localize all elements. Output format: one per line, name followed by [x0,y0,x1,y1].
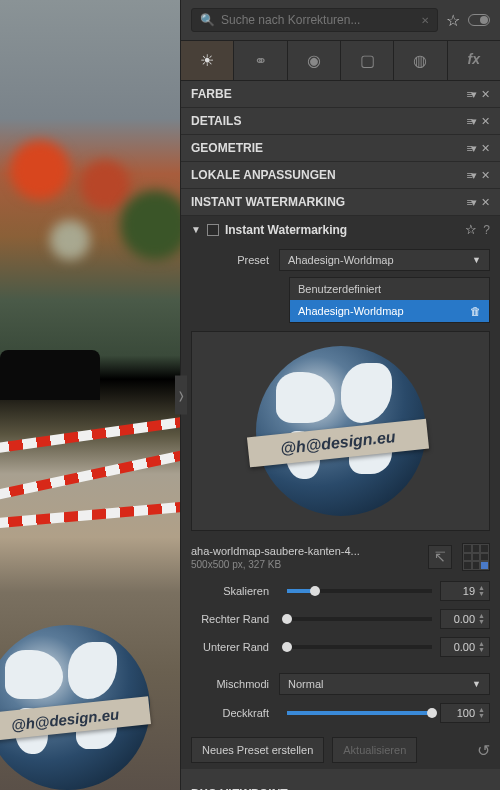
barrier-tape [0,415,180,456]
section-details[interactable]: DETAILS ≡▾✕ [181,108,500,135]
option-label: Ahadesign-Worldmap [298,305,404,317]
reset-icon[interactable]: ↺ [477,741,490,760]
new-preset-button[interactable]: Neues Preset erstellen [191,737,324,763]
corrections-panel: 🔍 ✕ ☆ ☀ ⚭ ◉ ▢ ◍ fx FARBE ≡▾✕ DETAILS ≡▾✕… [180,0,500,790]
close-icon[interactable]: ✕ [481,88,490,101]
section-label: LOKALE ANPASSUNGEN [191,168,336,182]
section-instant[interactable]: INSTANT WATERMARKING ≡▾✕ [181,189,500,216]
tab-color[interactable]: ⚭ [234,41,287,80]
spinner-icon[interactable]: ▲▼ [478,585,485,597]
instant-watermarking-header: ▼ Instant Watermarking ☆ ? [181,216,500,243]
viewer-background: @h@design.eu [0,0,180,790]
skalieren-value[interactable]: 19▲▼ [440,581,490,601]
browse-file-button[interactable]: ↸ [428,545,452,569]
menu-icon[interactable]: ≡▾ [467,196,475,209]
barrier-tape [0,447,180,503]
update-button[interactable]: Aktualisieren [332,737,417,763]
close-icon[interactable]: ✕ [481,115,490,128]
preset-option-worldmap[interactable]: Ahadesign-Worldmap 🗑 [290,300,489,322]
option-label: Benutzerdefiniert [298,283,381,295]
section-label: FARBE [191,87,232,101]
watermark-preview: @h@design.eu [191,331,490,531]
menu-icon[interactable]: ≡▾ [467,88,475,101]
close-icon[interactable]: ✕ [481,169,490,182]
spinner-icon[interactable]: ▲▼ [478,613,485,625]
chevron-down-icon: ▼ [472,679,481,689]
unterer-rand-slider[interactable] [287,645,432,649]
preset-selected-value: Ahadesign-Worldmap [288,254,394,266]
rechter-rand-slider[interactable] [287,617,432,621]
clear-search-icon[interactable]: ✕ [421,15,429,26]
tab-local[interactable]: ◍ [394,41,447,80]
spinner-icon[interactable]: ▲▼ [478,707,485,719]
file-meta: 500x500 px, 327 KB [191,559,418,570]
module-title: Instant Watermarking [225,223,459,237]
close-icon[interactable]: ✕ [481,196,490,209]
globe-graphic: @h@design.eu [256,346,426,516]
preset-dropdown[interactable]: Ahadesign-Worldmap ▼ [279,249,490,271]
unterer-rand-label: Unterer Rand [191,641,279,653]
section-lokale[interactable]: LOKALE ANPASSUNGEN ≡▾✕ [181,162,500,189]
tab-detail[interactable]: ◉ [288,41,341,80]
spinner-icon[interactable]: ▲▼ [478,641,485,653]
menu-icon[interactable]: ≡▾ [467,142,475,155]
category-tabs: ☀ ⚭ ◉ ▢ ◍ fx [181,40,500,81]
menu-icon[interactable]: ≡▾ [467,115,475,128]
section-farbe[interactable]: FARBE ≡▾✕ [181,81,500,108]
rechter-rand-label: Rechter Rand [191,613,279,625]
section-viewpoint[interactable]: DXO VIEWPOINT ≡▾✕ [181,781,500,790]
mischmodi-dropdown[interactable]: Normal ▼ [279,673,490,695]
panel-toggle-switch[interactable] [468,14,490,26]
deckkraft-slider[interactable] [287,711,432,715]
preset-option-benutzer[interactable]: Benutzerdefiniert [290,278,489,300]
tent-shape [0,350,100,400]
enable-checkbox[interactable] [207,224,219,236]
trash-icon[interactable]: 🗑 [470,305,481,317]
search-icon: 🔍 [200,13,215,27]
section-label: GEOMETRIE [191,141,263,155]
search-box[interactable]: 🔍 ✕ [191,8,438,32]
section-geometrie[interactable]: GEOMETRIE ≡▾✕ [181,135,500,162]
mischmodi-value: Normal [288,678,323,690]
help-icon[interactable]: ? [483,223,490,237]
collapse-triangle-icon[interactable]: ▼ [191,224,201,235]
skalieren-slider[interactable] [287,589,432,593]
panel-expand-handle[interactable]: ❭ [175,376,187,415]
skalieren-label: Skalieren [191,585,279,597]
watermark-preview-on-image: @h@design.eu [0,625,150,790]
deckkraft-label: Deckkraft [191,707,279,719]
file-name: aha-worldmap-saubere-kanten-4... [191,545,418,557]
favorites-star-icon[interactable]: ☆ [446,11,460,30]
tab-light[interactable]: ☀ [181,41,234,80]
unterer-rand-value[interactable]: 0.00▲▼ [440,637,490,657]
menu-icon[interactable]: ≡▾ [467,169,475,182]
position-grid[interactable] [462,543,490,571]
chevron-down-icon: ▼ [472,255,481,265]
search-input[interactable] [221,13,421,27]
barrier-tape [0,500,180,529]
instant-content: Preset Ahadesign-Worldmap ▼ Benutzerdefi… [181,243,500,769]
tab-geometry[interactable]: ▢ [341,41,394,80]
preset-label: Preset [191,254,279,266]
section-label: DETAILS [191,114,241,128]
preset-dropdown-menu: Benutzerdefiniert Ahadesign-Worldmap 🗑 [289,277,490,323]
close-icon[interactable]: ✕ [481,142,490,155]
mischmodi-label: Mischmodi [191,678,279,690]
section-label: INSTANT WATERMARKING [191,195,345,209]
rechter-rand-value[interactable]: 0.00▲▼ [440,609,490,629]
tab-fx[interactable]: fx [448,41,500,80]
deckkraft-value[interactable]: 100▲▼ [440,703,490,723]
favorite-star-icon[interactable]: ☆ [465,222,477,237]
